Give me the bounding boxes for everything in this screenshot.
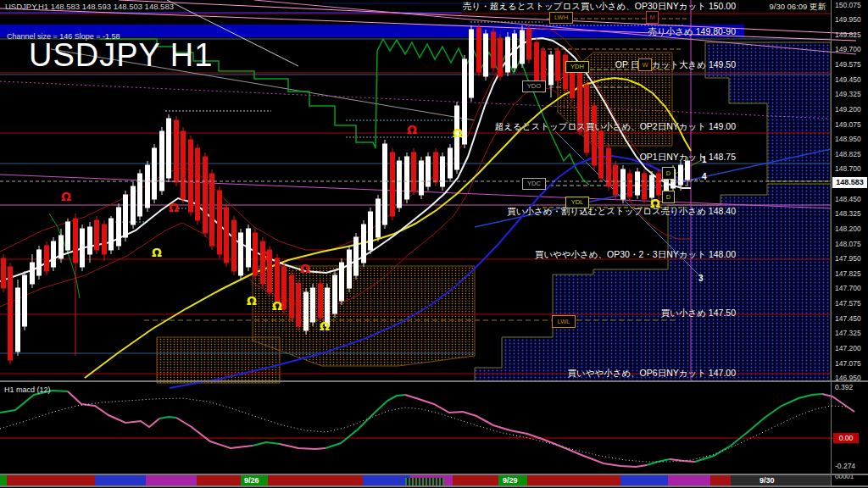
macd-line: [822, 394, 854, 412]
candle-body: [16, 288, 20, 352]
level-annotation: 買い小さめ 147.50: [661, 308, 736, 319]
candle-body: [261, 241, 265, 284]
symbol-title: USDJPY H1: [29, 37, 213, 74]
price-axis-label: 148.700: [835, 164, 861, 173]
level-annotation: 超えるとストップロス買い小さめ、OP2日NYカット 149.00: [495, 121, 736, 133]
candle-body: [45, 246, 49, 271]
level-annotation: 買いやや小さめ、OP30・2・3日NYカット 148.00: [535, 249, 736, 261]
candle-body: [88, 227, 92, 254]
date-label: 9/29: [503, 476, 518, 485]
candle-body: [175, 120, 179, 182]
session-segment-red: [453, 475, 498, 485]
candle-body: [643, 174, 647, 199]
price-axis-label: 149.700: [835, 45, 861, 53]
buy-marker-icon: Ω: [272, 299, 282, 313]
level-tag-m: M: [646, 11, 659, 24]
price-axis-label: 147.200: [835, 344, 861, 352]
candle-body: [383, 144, 387, 225]
candle-body: [138, 174, 142, 216]
level-tag-w: W: [638, 58, 652, 71]
price-axis-label: 147.950: [835, 254, 861, 263]
candle-body: [319, 284, 323, 318]
macd-line: [405, 395, 647, 467]
candle-body: [275, 258, 280, 301]
buy-marker-icon: Ω: [152, 246, 162, 259]
level-tag-ydo: YDO: [522, 80, 546, 92]
price-axis-label: 149.200: [835, 105, 861, 114]
candle-body: [8, 267, 13, 360]
price-axis-label: 148.950: [835, 135, 861, 143]
session-segment-red: [268, 475, 363, 485]
price-axis-label: 148.325: [835, 209, 861, 218]
price-axis-label: 148.200: [835, 225, 861, 233]
session-segment-blue: [363, 475, 410, 485]
candle-body: [527, 29, 531, 59]
macd-line: [253, 442, 280, 446]
session-segment-green: [0, 475, 7, 485]
candle-body: [470, 30, 474, 97]
mt4-chart-window: ΩΩΩΩΩΩΩΩΩΩΩ USDJPY,H1 148.583 148.593 14…: [0, 0, 868, 488]
candle-body: [196, 148, 200, 220]
price-axis-label: 147.325: [835, 329, 861, 337]
wave-number: 1: [702, 155, 707, 164]
candle-body: [412, 152, 416, 191]
candle-body: [441, 157, 445, 186]
candle-body: [520, 30, 525, 64]
level-annotation: 売り小さめ 149.80-90: [648, 26, 736, 38]
bottom-border: [0, 485, 868, 487]
candle-body: [549, 55, 554, 85]
candle-body: [679, 165, 683, 185]
candle-body: [109, 219, 114, 250]
candle-body: [686, 161, 690, 180]
candle-body: [66, 222, 70, 250]
macd-axis-min: -0.274: [835, 462, 855, 470]
sell-marker-icon: Ω: [300, 262, 310, 275]
candle-body: [23, 275, 27, 326]
candle-body: [311, 288, 315, 322]
price-axis-label: 148.450: [835, 195, 861, 203]
candle-body: [167, 119, 171, 178]
level-tag-d: D: [662, 191, 675, 203]
candle-body: [593, 106, 597, 165]
level-annotation: 買い小さめ・割り込むとストップロス売り小さめ 148.40: [507, 206, 736, 218]
candle-body: [203, 157, 208, 233]
candle-body: [290, 275, 294, 318]
last-updated-label: 9/30 06:09 更新: [769, 2, 826, 13]
candle-body: [181, 131, 186, 199]
candle-body: [225, 208, 229, 263]
sell-marker-icon: Ω: [259, 249, 270, 263]
macd-line: [326, 395, 405, 448]
level-tag-ydl: YDL: [565, 197, 589, 208]
candle-body: [448, 148, 453, 178]
candle-body: [420, 161, 424, 195]
candle-body: [146, 165, 150, 208]
candle-body: [513, 34, 517, 68]
candle-body: [153, 148, 157, 199]
candle-body: [297, 284, 301, 326]
macd-line: [68, 391, 159, 427]
candle-body: [391, 152, 395, 216]
candle-body: [535, 42, 539, 80]
candle-body: [498, 38, 503, 76]
macd-line: [176, 418, 253, 448]
session-segment-red: [197, 475, 241, 485]
current-price-box: 148.583: [832, 177, 867, 188]
candle-body: [37, 250, 42, 275]
candle-body: [247, 229, 251, 267]
level-tag-ydc: YDC: [522, 178, 546, 190]
macd-line: [695, 394, 822, 462]
candle-body: [95, 220, 99, 250]
candle-body: [232, 220, 236, 271]
buy-marker-icon: Ω: [320, 319, 330, 333]
candle-body: [59, 236, 64, 258]
wave-number: 3: [698, 274, 704, 283]
candle-body: [333, 275, 337, 313]
candle-body: [628, 174, 632, 197]
candle-body: [607, 148, 611, 186]
price-axis-label: 149.825: [835, 30, 861, 39]
pane-separator[interactable]: [0, 380, 868, 382]
candle-body: [239, 233, 243, 275]
price-axis-label: 148.825: [835, 150, 861, 158]
candle-body: [434, 152, 438, 182]
candle-body: [405, 157, 409, 199]
